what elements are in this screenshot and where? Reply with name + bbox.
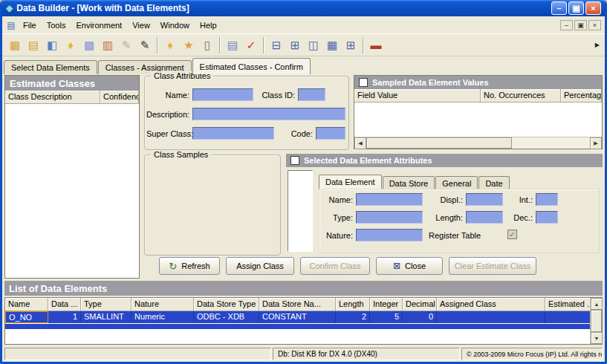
mdi-minimize-button[interactable]: – [560, 20, 573, 30]
menu-view[interactable]: View [127, 18, 155, 33]
toolbar-overflow-icon[interactable]: ▶ [595, 42, 601, 48]
table-row[interactable]: O_NO 1 SMALLINT Numeric ODBC - XDB CONST… [5, 311, 590, 323]
cell-data[interactable]: 1 [48, 311, 81, 323]
cell-nature[interactable]: Numeric [132, 311, 194, 323]
validate-icon[interactable]: ✓ [242, 36, 260, 54]
column-no-occurrences[interactable]: No. Occurrences [481, 89, 561, 103]
register-table-checkbox[interactable]: ✓ [507, 230, 517, 239]
selected-attributes-checkbox[interactable] [290, 156, 299, 165]
column-class-description[interactable]: Class Description [5, 91, 100, 104]
attr-type-field[interactable] [356, 211, 423, 224]
tile-horizontal-icon[interactable]: ⊟ [267, 36, 285, 54]
edit-icon[interactable]: ✎ [136, 36, 154, 54]
mdi-close-button[interactable]: × [588, 20, 601, 30]
monitor-icon[interactable]: ◧ [43, 36, 61, 54]
cell-data-store-name[interactable]: CONSTANT [259, 311, 336, 323]
cell-length[interactable]: 2 [336, 311, 370, 323]
length-field[interactable] [466, 211, 503, 224]
clear-estimate-class-button[interactable]: Clear Estimate Class [449, 257, 536, 275]
dec-field[interactable] [536, 211, 558, 224]
column-name[interactable]: Name [5, 298, 48, 311]
tab-select-data-elements[interactable]: Select Data Elements [4, 60, 97, 74]
cell-data-store-type[interactable]: ODBC - XDB [194, 311, 259, 323]
close-panel-icon: ⊠ [393, 261, 400, 271]
mdi-restore-button[interactable]: ▣ [574, 20, 587, 30]
alarm-icon[interactable]: ♦ [161, 36, 179, 54]
attr-name-field[interactable] [356, 193, 423, 206]
maximize-button[interactable]: ▣ [568, 1, 584, 15]
cell-type[interactable]: SMALLINT [81, 311, 132, 323]
sampled-values-list[interactable] [354, 103, 602, 137]
wizard-icon[interactable]: ★ [180, 36, 198, 54]
record-selector-list[interactable] [288, 170, 313, 252]
scroll-up-icon[interactable]: ▲ [591, 298, 603, 310]
column-field-value[interactable]: Field Value [354, 89, 481, 103]
hscroll-track[interactable] [366, 137, 590, 149]
open-data-elements-icon[interactable]: ▦ [6, 36, 24, 54]
column-length[interactable]: Length [336, 298, 370, 311]
close-panel-button[interactable]: ⊠ Close [376, 257, 443, 275]
document-icon[interactable]: ▯ [198, 36, 216, 54]
bell-icon[interactable]: ♦ [62, 36, 79, 54]
cell-name[interactable]: O_NO [5, 311, 48, 323]
code-field[interactable] [316, 127, 345, 140]
column-data-store-type[interactable]: Data Store Type [194, 298, 259, 311]
menu-help[interactable]: Help [195, 18, 222, 33]
table-row-partial[interactable] [5, 324, 590, 329]
column-integer[interactable]: Integer [370, 298, 403, 311]
estimated-classes-list[interactable] [5, 104, 139, 278]
int-field[interactable] [536, 193, 558, 206]
super-class-field[interactable] [192, 127, 274, 140]
menu-tools[interactable]: Tools [42, 18, 71, 33]
class-id-field[interactable] [298, 88, 325, 101]
column-estimated[interactable]: Estimated ... [545, 298, 590, 311]
column-type[interactable]: Type [81, 298, 132, 311]
description-field[interactable] [192, 108, 345, 120]
folder-icon[interactable]: ▤ [25, 36, 42, 54]
sampled-values-hscrollbar[interactable]: ◀ ▶ [354, 137, 602, 149]
column-decimal[interactable]: Decimal [403, 298, 437, 311]
assign-class-button[interactable]: Assign Class [226, 257, 294, 275]
cell-decimal[interactable]: 0 [403, 311, 437, 323]
grid-view-icon[interactable]: ⊞ [342, 36, 360, 54]
toolbar-separator [263, 37, 264, 53]
tile-vertical-icon[interactable]: ⊞ [286, 36, 304, 54]
column-assigned-class[interactable]: Assigned Class [437, 298, 545, 311]
scroll-down-icon[interactable]: ▼ [591, 332, 603, 344]
cell-estimated[interactable] [545, 311, 590, 323]
close-button[interactable]: × [585, 1, 601, 15]
column-percentage[interactable]: Percentage [561, 89, 602, 103]
menu-window[interactable]: Window [155, 18, 195, 33]
class-name-field[interactable] [192, 88, 253, 101]
column-data-store-name[interactable]: Data Store Na... [259, 298, 336, 311]
displ-field[interactable] [466, 193, 503, 206]
status-db: Db: Dist KB for DX 4.0 (DX40) [273, 348, 460, 360]
hscroll-thumb[interactable] [366, 137, 512, 149]
confirm-class-button[interactable]: Confirm Class [300, 257, 370, 275]
sampled-values-checkbox[interactable] [359, 78, 368, 87]
cascade-windows-icon[interactable]: ◫ [305, 36, 322, 54]
scroll-right-icon[interactable]: ▶ [590, 137, 602, 149]
menu-file[interactable]: File [18, 18, 42, 33]
chart-icon[interactable]: ▥ [99, 36, 117, 54]
refresh-button[interactable]: ↻ Refresh [159, 257, 220, 275]
picture-icon[interactable]: ▩ [80, 36, 98, 54]
column-nature[interactable]: Nature [132, 298, 194, 311]
menu-environment[interactable]: Environment [71, 18, 127, 33]
arrange-windows-icon[interactable]: ▦ [323, 36, 341, 54]
minimize-button[interactable]: – [551, 1, 567, 15]
cell-assigned-class[interactable] [437, 311, 545, 323]
column-data[interactable]: Data ... [48, 298, 81, 311]
report-icon[interactable]: ▤ [224, 36, 241, 54]
help-book-icon[interactable]: ▬ [367, 36, 385, 54]
column-confidence[interactable]: Confidence [100, 91, 139, 104]
sampled-values-header: Sampled Data Element Values [354, 76, 602, 89]
cell-integer[interactable]: 5 [370, 311, 403, 323]
data-elements-vscrollbar[interactable]: ▲ ▼ [590, 298, 602, 344]
vscroll-thumb[interactable] [591, 310, 602, 332]
scroll-left-icon[interactable]: ◀ [354, 137, 366, 149]
length-label: Length: [429, 213, 463, 222]
tab-data-element[interactable]: Data Element [319, 175, 382, 190]
nature-field[interactable] [356, 229, 423, 241]
tab-estimated-classes-confirm[interactable]: Estimated Classes - Confirm [192, 58, 311, 74]
